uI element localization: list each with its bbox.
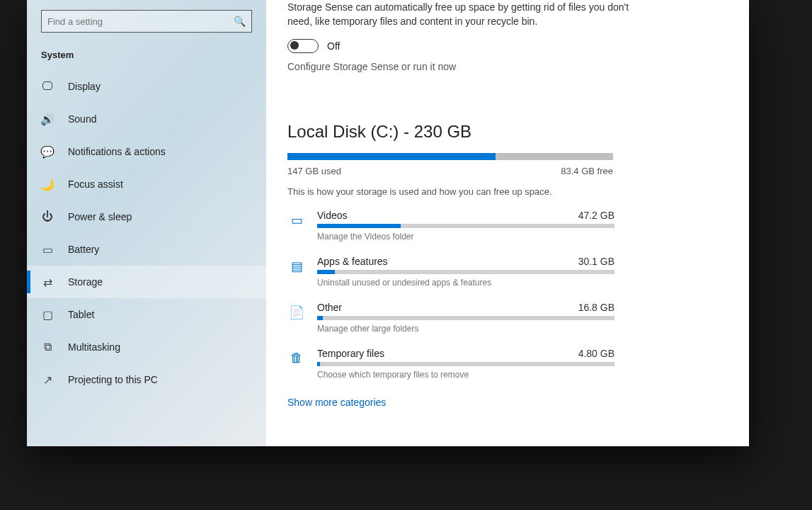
section-label: System [27,45,266,70]
storage-category-temporary-files[interactable]: 🗑Temporary files4.80 GBChoose which temp… [287,348,721,380]
category-name: Apps & features [317,256,388,267]
sound-icon: 🔊 [40,111,55,127]
category-name: Other [317,302,342,313]
project-icon: ↗ [40,372,55,387]
storage-icon: ⇄ [40,274,55,290]
disk-hint: This is how your storage is used and how… [287,186,721,197]
sidebar-item-label: Storage [68,276,103,288]
category-desc: Manage other large folders [317,324,614,334]
category-body: Apps & features30.1 GBUninstall unused o… [317,256,614,288]
category-bar-fill [317,316,323,320]
main-panel: Storage Sense can automatically free up … [266,0,749,446]
disk-title: Local Disk (C:) - 230 GB [287,122,721,142]
category-name: Temporary files [317,348,384,359]
sidebar-item-focus-assist[interactable]: 🌙Focus assist [27,168,266,200]
sidebar-item-label: Power & sleep [68,211,132,222]
storage-category-apps-features[interactable]: ▤Apps & features30.1 GBUninstall unused … [287,256,721,288]
category-desc: Manage the Videos folder [317,232,614,242]
category-bar [317,224,614,228]
sidebar: 🔍 System 🖵Display🔊Sound💬Notifications & … [27,0,266,446]
sidebar-item-label: Multitasking [68,341,120,353]
sidebar-item-projecting-to-this-pc[interactable]: ↗Projecting to this PC [27,363,266,396]
temp-icon: 🗑 [287,349,306,368]
category-size: 16.8 GB [578,302,614,313]
category-body: Temporary files4.80 GBChoose which tempo… [317,348,614,380]
disk-stats: 147 GB used 83.4 GB free [287,166,613,176]
sidebar-item-label: Tablet [68,309,94,320]
category-bar-fill [317,270,335,274]
category-size: 30.1 GB [578,256,614,267]
category-bar [317,362,614,366]
tablet-icon: ▢ [40,307,55,322]
search-icon: 🔍 [234,16,246,27]
category-bar-fill [317,224,401,228]
battery-icon: ▭ [40,242,55,257]
settings-window: 🔍 System 🖵Display🔊Sound💬Notifications & … [27,0,749,446]
sidebar-item-label: Projecting to this PC [68,374,158,385]
category-body: Videos47.2 GBManage the Videos folder [317,210,614,242]
apps-icon: ▤ [287,257,306,276]
sidebar-item-multitasking[interactable]: ⧉Multitasking [27,331,266,363]
category-body: Other16.8 GBManage other large folders [317,302,614,334]
category-bar [317,316,614,320]
sidebar-item-power-sleep[interactable]: ⏻Power & sleep [27,200,266,233]
sidebar-item-label: Sound [68,113,96,125]
sidebar-item-label: Notifications & actions [68,146,166,157]
multi-icon: ⧉ [40,339,55,355]
search-input[interactable] [47,16,226,27]
category-desc: Choose which temporary files to remove [317,370,614,380]
sidebar-item-battery[interactable]: ▭Battery [27,233,266,266]
show-more-categories-link[interactable]: Show more categories [287,397,386,408]
disk-usage-fill [287,153,496,160]
other-icon: 📄 [287,303,306,322]
sidebar-item-storage[interactable]: ⇄Storage [27,266,266,298]
display-icon: 🖵 [40,79,55,94]
sidebar-item-label: Focus assist [68,178,123,190]
disk-usage-bar [287,153,613,160]
storage-category-videos[interactable]: ▭Videos47.2 GBManage the Videos folder [287,210,721,242]
sidebar-item-label: Battery [68,244,99,255]
sidebar-item-sound[interactable]: 🔊Sound [27,103,266,135]
search-box[interactable]: 🔍 [41,10,252,33]
category-size: 47.2 GB [578,210,614,221]
disk-free-label: 83.4 GB free [561,166,613,176]
sidebar-item-display[interactable]: 🖵Display [27,70,266,103]
category-size: 4.80 GB [578,348,614,359]
category-bar-fill [317,362,320,366]
focus-icon: 🌙 [40,176,55,192]
storage-sense-toggle-label: Off [327,40,340,52]
video-icon: ▭ [287,211,306,230]
storage-category-other[interactable]: 📄Other16.8 GBManage other large folders [287,302,721,334]
notify-icon: 💬 [40,144,55,159]
sidebar-item-tablet[interactable]: ▢Tablet [27,298,266,331]
disk-used-label: 147 GB used [287,166,341,176]
category-desc: Uninstall unused or undesired apps & fea… [317,278,614,288]
sidebar-item-notifications-actions[interactable]: 💬Notifications & actions [27,135,266,168]
category-bar [317,270,614,274]
storage-sense-toggle-row: Off [287,39,721,53]
power-icon: ⏻ [40,209,55,225]
storage-sense-toggle[interactable] [287,39,319,53]
configure-storage-sense-link[interactable]: Configure Storage Sense or run it now [287,61,456,72]
category-name: Videos [317,210,348,221]
sidebar-item-label: Display [68,81,101,92]
storage-sense-description: Storage Sense can automatically free up … [287,0,656,29]
